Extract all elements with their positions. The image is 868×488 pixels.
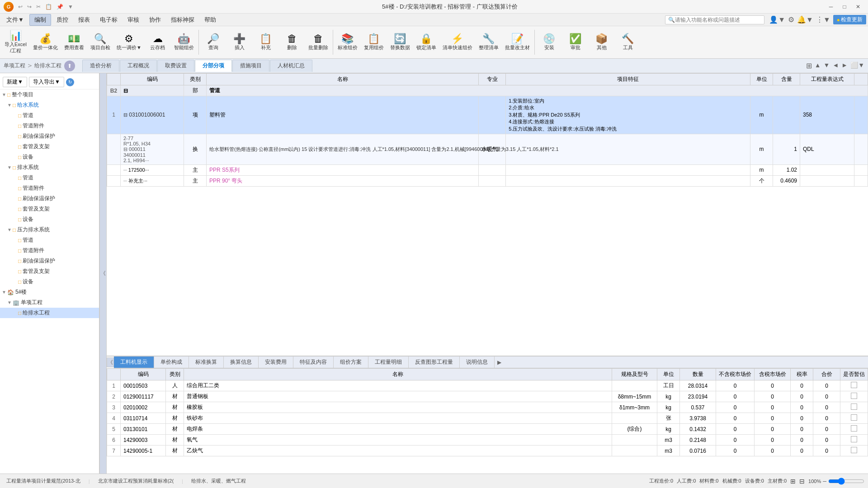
bot-row5-in-tax[interactable]: 0 [755,424,791,435]
bot-row2-qty[interactable]: 23.0194 [680,391,716,402]
tree-item-insulation1[interactable]: □ 刷油保温保护 [0,131,99,141]
tree-item-equipment3[interactable]: □ 设备 [0,277,99,287]
tab-price-plan[interactable]: 组价方案 [334,357,368,368]
tab-cost-analysis[interactable]: 造价分析 [82,60,119,72]
tab-fee-settings[interactable]: 取费设置 [157,60,194,72]
tree-item-sleeve2[interactable]: □ 套管及支架 [0,204,99,214]
bot-row7-in-tax[interactable]: 0 [755,446,791,456]
approve-button[interactable]: ✅ 审批 [563,27,588,57]
sub-row1-expr[interactable]: QDL [800,134,854,164]
tree-item-pipe-fittings3[interactable]: □ 管道附件 [0,245,99,256]
quick-price-button[interactable]: ⚡ 清单快速组价 [440,27,475,57]
tree-item-pipe2[interactable]: □ 管道 [0,173,99,183]
bottom-row-1[interactable]: 1 00010503 人 综合用工二类 工日 28.0314 0 0 0 0 [107,380,868,391]
bot-row5-code[interactable]: 03130101 [121,424,166,435]
bot-row3-name[interactable]: 橡胶板 [184,402,612,413]
status-project-type[interactable]: 给排水、采暖、燃气工程 [189,477,249,485]
toolbar-undo[interactable]: ↩ [16,3,24,11]
bot-row6-est[interactable] [840,435,868,446]
insert-button[interactable]: ➕ 插入 [227,27,252,57]
bot-row6-qty[interactable]: 0.2148 [680,435,716,446]
sub-row3-code[interactable]: ─ 补充主··· [121,175,184,186]
bot-row3-est[interactable] [840,402,868,413]
maximize-button[interactable]: □ [838,2,851,11]
sub-row1-name[interactable]: 给水塑料管(热熔连接) 公称直径(mm以内) 15 设计要求管道进行:消毒:冲洗… [207,134,479,164]
bot-row7-ex-tax[interactable]: 0 [716,446,755,456]
bot-row2-ex-tax[interactable]: 0 [716,391,755,402]
import-export-button[interactable]: 导入导出▼ [29,77,64,87]
bottom-row-7[interactable]: 7 14290005-1 材 乙炔气 m3 0.0716 0 0 0 0 [107,446,868,456]
smart-price-button[interactable]: 🤖 智能组价 [171,27,197,57]
bottom-row-5[interactable]: 5 03130101 材 电焊条 (综合) kg 0.1432 0 0 0 0 [107,424,868,435]
bottom-collapse-arrow[interactable]: 《 [107,357,114,367]
bot-row5-qty[interactable]: 0.1432 [680,424,716,435]
arrow-down-icon[interactable]: ▼ [824,61,830,70]
status-quota-standard[interactable]: 工程量清单项目计量规范(2013-北 [4,477,83,485]
arrow-right-icon[interactable]: ► [841,61,848,70]
cloud-save-button[interactable]: ☁ 云存档 [145,27,170,57]
import-excel-button[interactable]: 📊 导入Excel/工程 [2,27,29,57]
breadcrumb-icon[interactable]: ⬆ [64,61,75,71]
bot-row3-ex-tax[interactable]: 0 [716,402,755,413]
tree-item-single-project[interactable]: ▼ 🏢 单项工程 [0,297,99,308]
batch-change-button[interactable]: 📝 批量改主材 [502,27,533,57]
bot-row3-in-tax[interactable]: 0 [755,402,791,413]
table-row-sub1[interactable]: 2-77 R*1.05, H34 ⊟ 000011 34000011 2.1, … [107,134,868,164]
batch-delete-button[interactable]: 🗑 批量删除 [306,27,331,57]
sub-row2-name[interactable]: PPR S5系列 [207,164,479,175]
tree-item-insulation2[interactable]: □ 刷油保温保护 [0,193,99,204]
tree-item-drain-water-project[interactable]: □ 给排水工程 [0,308,99,318]
bot-row2-code[interactable]: 0129001117 [121,391,166,402]
tab-labor-display[interactable]: 工料机显示 [114,357,154,368]
query-button[interactable]: 🔎 查询 [201,27,226,57]
bot-row7-qty[interactable]: 0.0716 [680,446,716,456]
tree-item-pipe1[interactable]: □ 管道 [0,110,99,121]
delete-button[interactable]: 🗑 删除 [279,27,305,57]
tree-item-insulation3[interactable]: □ 刷油保温保护 [0,256,99,266]
sync-button[interactable]: ↻ [66,78,74,86]
supplement-button[interactable]: 📋 补充 [253,27,278,57]
sub-row1-code[interactable]: 2-77 R*1.05, H34 ⊟ 000011 34000011 2.1, … [121,134,184,164]
sub-row2-quantity[interactable]: 1.02 [773,164,800,175]
bot-row1-est[interactable] [840,380,868,391]
table-row-1[interactable]: 1 ⊟ 031001006001 项 塑料管 1.安装部位:室内2.介质:给水3… [107,96,868,134]
bot-row5-est[interactable] [840,424,868,435]
menu-report[interactable]: 报表 [74,14,94,25]
function-search-box[interactable]: 🔍 [665,15,764,24]
tree-item-pipe-fittings1[interactable]: □ 管道附件 [0,121,99,131]
menu-help[interactable]: 帮助 [200,14,221,25]
bot-row5-ex-tax[interactable]: 0 [716,424,755,435]
toolbar-cut[interactable]: ✂ [34,3,42,11]
toolbar-more[interactable]: ▼ [66,3,75,11]
close-button[interactable]: ✕ [852,2,864,11]
bot-row4-ex-tax[interactable]: 0 [716,413,755,424]
bot-row4-name[interactable]: 铁砂布 [184,413,612,424]
bot-row6-ex-tax[interactable]: 0 [716,435,755,446]
breadcrumb-drainage[interactable]: 给排水工程 [34,62,61,70]
install-button[interactable]: 💿 安装 [537,27,562,57]
bot-row7-est[interactable] [840,446,868,456]
bottom-row-4[interactable]: 4 03110714 材 铁砂布 张 3.9738 0 0 0 0 [107,413,868,424]
bot-row1-in-tax[interactable]: 0 [755,380,791,391]
tab-install-fee[interactable]: 安装费用 [259,357,293,368]
menu-indicator[interactable]: 指标神探 [166,14,199,25]
row1-code[interactable]: ⊟ 031001006001 [121,96,184,134]
organize-list-button[interactable]: 🔧 整理清单 [476,27,501,57]
split-view-icon[interactable]: ⊞ [806,61,812,70]
tree-item-sleeve1[interactable]: □ 套管及支架 [0,141,99,152]
bottom-row-3[interactable]: 3 02010002 材 橡胶板 δ1mm~3mm kg 0.537 0 0 0… [107,402,868,413]
menu-file[interactable]: 文件▼ [2,14,28,25]
tree-item-equipment1[interactable]: □ 设备 [0,152,99,162]
sub-row3-quantity[interactable]: 0.4609 [773,175,800,186]
replace-data-button[interactable]: 🔄 替换数据 [387,27,413,57]
tree-item-water-supply[interactable]: ▼ □ 给水系统 [0,100,99,110]
function-search-input[interactable] [675,17,756,23]
menu-digital[interactable]: 电子标 [95,14,122,25]
bot-row7-code[interactable]: 14290005-1 [121,446,166,456]
user-icon[interactable]: 👤▼ [769,15,785,24]
bottom-tabs-more[interactable]: ▶ [495,357,504,368]
settings-icon[interactable]: ⚙ [788,15,794,24]
unified-adjust-button[interactable]: ⚙ 统一调价▼ [114,27,144,57]
tree-item-pipe3[interactable]: □ 管道 [0,235,99,245]
table-row-sub3[interactable]: ─ 补充主··· 主 PPR 90° 弯头 个 0.4609 [107,175,868,186]
